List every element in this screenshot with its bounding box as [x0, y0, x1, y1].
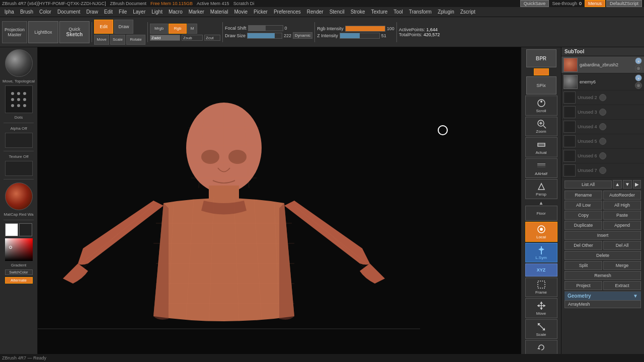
- projection-master-button[interactable]: Projection Master: [2, 21, 27, 43]
- menu-edit[interactable]: Edit: [102, 9, 115, 15]
- subtool-item-unused2[interactable]: Unused 2: [561, 90, 644, 105]
- menu-zplugin[interactable]: Zplugin: [435, 9, 457, 15]
- z-intensity-slider[interactable]: [340, 33, 380, 39]
- merge-button[interactable]: Merge: [603, 261, 641, 270]
- menu-render[interactable]: Render: [304, 9, 326, 15]
- menu-tool[interactable]: Tool: [391, 9, 405, 15]
- subtool-item-enemy6[interactable]: enemy6 ● ◎: [561, 73, 644, 90]
- floor-up-arrow[interactable]: ▲: [539, 200, 544, 206]
- subtool-toggle-unused3[interactable]: [599, 109, 606, 116]
- dots-brush-preview[interactable]: [5, 85, 33, 113]
- focal-shift-slider[interactable]: [248, 25, 283, 31]
- subtool-toggle-unused4[interactable]: [599, 123, 606, 130]
- frame-button[interactable]: Frame: [525, 278, 557, 298]
- copy-button[interactable]: Copy: [565, 211, 602, 220]
- dynamic-button[interactable]: Dynamic: [293, 32, 312, 39]
- menu-brush[interactable]: Brush: [18, 9, 36, 15]
- alternate-button[interactable]: Alternate: [5, 277, 33, 284]
- arrow-up-button[interactable]: ▲: [613, 180, 622, 189]
- subtool-item-unused6[interactable]: Unused 6: [561, 149, 644, 163]
- foreground-color-swatch[interactable]: [5, 223, 18, 236]
- scale-transform-button[interactable]: Scale: [525, 319, 557, 339]
- actual-button[interactable]: Actual: [525, 137, 557, 157]
- split-button[interactable]: Split: [565, 261, 602, 270]
- menu-macro[interactable]: Macro: [166, 9, 185, 15]
- menu-marker[interactable]: Marker: [186, 9, 207, 15]
- append-button[interactable]: Append: [603, 221, 641, 230]
- menu-light[interactable]: Light: [149, 9, 165, 15]
- rgb-intensity-slider[interactable]: [345, 26, 385, 32]
- local-button[interactable]: Local: [525, 222, 557, 242]
- floor-button[interactable]: Floor: [525, 206, 557, 221]
- menu-stroke[interactable]: Stroke: [348, 9, 368, 15]
- paste-button[interactable]: Paste: [603, 211, 641, 220]
- subtool-lock-gabardina[interactable]: ◎: [635, 65, 642, 72]
- zoom-button[interactable]: Zoom: [525, 117, 557, 137]
- color-picker[interactable]: [5, 238, 33, 261]
- menu-alpha[interactable]: lpha: [2, 9, 17, 15]
- subtool-toggle-unused5[interactable]: [599, 138, 606, 145]
- subtool-eye-gabardina[interactable]: ●: [635, 57, 642, 64]
- menu-color[interactable]: Color: [37, 9, 54, 15]
- scroll-button[interactable]: Scroll: [525, 96, 557, 116]
- menu-file[interactable]: File: [116, 9, 129, 15]
- edit-button[interactable]: Edit: [94, 20, 113, 34]
- del-other-button[interactable]: Del Other: [565, 241, 602, 250]
- quicksave-button[interactable]: QuickSave: [520, 0, 549, 7]
- extract-button[interactable]: Extract: [603, 281, 641, 290]
- duplicate-button[interactable]: Duplicate: [565, 221, 602, 230]
- matcap-preview[interactable]: [5, 183, 33, 210]
- move-button[interactable]: Move: [94, 35, 109, 45]
- spix-button[interactable]: SPix: [526, 76, 556, 95]
- menus-button[interactable]: Menus: [585, 0, 605, 7]
- menu-zscript[interactable]: Zscript: [458, 9, 478, 15]
- subtool-eye-enemy6[interactable]: ●: [635, 74, 642, 81]
- brush-preview-sphere[interactable]: [5, 49, 33, 77]
- background-color-swatch[interactable]: [19, 223, 32, 236]
- all-low-button[interactable]: All Low: [565, 201, 602, 210]
- list-all-button[interactable]: List All: [565, 180, 612, 189]
- alpha-preview[interactable]: [5, 133, 33, 148]
- draw-button[interactable]: Draw: [114, 20, 133, 34]
- rename-button[interactable]: Rename: [565, 191, 602, 200]
- rgb-button[interactable]: Rgb: [169, 24, 187, 34]
- bpr-button[interactable]: BPR: [526, 49, 556, 67]
- arrow-down-button[interactable]: ▼: [623, 180, 632, 189]
- viewport[interactable]: [38, 47, 521, 362]
- subtool-item-unused7[interactable]: Unused 7: [561, 163, 644, 178]
- lsym-button[interactable]: L.Sym: [525, 243, 557, 263]
- subtool-item-gabardina[interactable]: gabardina_zbrush2 ● ◎: [561, 56, 644, 73]
- subtool-item-unused3[interactable]: Unused 3: [561, 105, 644, 120]
- geometry-header[interactable]: Geometry ▼: [565, 292, 641, 300]
- lightbox-button[interactable]: LightBox: [28, 21, 58, 43]
- xyz-button[interactable]: XYZ: [525, 263, 557, 276]
- menu-texture[interactable]: Texture: [369, 9, 390, 15]
- menu-movie[interactable]: Movie: [231, 9, 250, 15]
- quick-sketch-button[interactable]: Quick Sketch: [59, 21, 90, 43]
- subtool-lock-enemy6[interactable]: ◎: [635, 82, 642, 89]
- move-transform-button[interactable]: Move: [525, 298, 557, 318]
- all-high-button[interactable]: All High: [603, 201, 641, 210]
- project-button[interactable]: Project: [565, 281, 602, 290]
- delete-button[interactable]: Delete: [565, 251, 641, 260]
- mrgb-button[interactable]: Mrgb: [150, 24, 168, 34]
- persp-button[interactable]: Persp: [525, 179, 557, 199]
- auto-reorder-button[interactable]: AutoReorder: [603, 191, 641, 200]
- menu-transform[interactable]: Transform: [407, 9, 434, 15]
- subtool-item-unused4[interactable]: Unused 4: [561, 120, 644, 134]
- texture-preview[interactable]: [5, 161, 33, 176]
- aahalf-button[interactable]: AAHalf: [525, 158, 557, 178]
- insert-button[interactable]: Insert: [565, 231, 641, 240]
- m-button[interactable]: M: [187, 24, 197, 34]
- arraymesh-button[interactable]: ArrayMesh: [565, 300, 641, 308]
- menu-picker[interactable]: Picker: [251, 9, 270, 15]
- subtool-toggle-unused6[interactable]: [599, 152, 606, 159]
- default-zscript-button[interactable]: DefaultZScript: [606, 0, 642, 7]
- arrow-right-button[interactable]: ▶: [633, 180, 641, 189]
- menu-material[interactable]: Material: [208, 9, 231, 15]
- subtool-toggle-unused7[interactable]: [599, 167, 606, 174]
- subtool-item-unused5[interactable]: Unused 5: [561, 134, 644, 149]
- remesh-button[interactable]: Remesh: [565, 271, 641, 280]
- scale-button[interactable]: Scale: [110, 35, 125, 45]
- menu-stencil[interactable]: Stencil: [327, 9, 347, 15]
